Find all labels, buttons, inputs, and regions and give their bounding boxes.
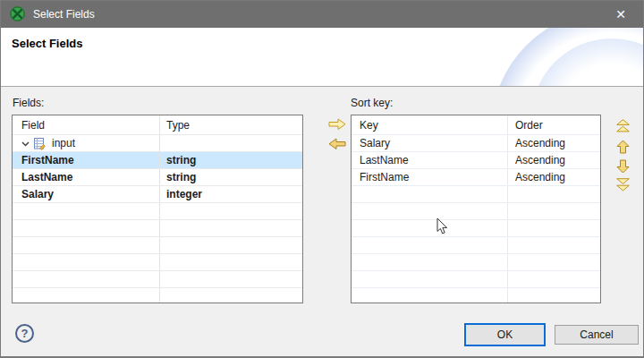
- title-bar[interactable]: Select Fields ✕: [1, 1, 643, 28]
- table-row[interactable]: FirstName Ascending: [352, 169, 600, 186]
- tree-root-label: input: [52, 137, 75, 149]
- empty-row: [352, 186, 600, 203]
- sort-key[interactable]: LastName: [352, 152, 508, 168]
- move-bottom-arrow-button[interactable]: [616, 178, 630, 192]
- sort-key[interactable]: FirstName: [352, 169, 508, 185]
- empty-row: [352, 237, 600, 254]
- empty-row: [352, 288, 600, 303]
- empty-row: [352, 271, 600, 288]
- field-name[interactable]: LastName: [13, 169, 160, 185]
- empty-row: [13, 271, 302, 288]
- record-metadata-icon: [33, 137, 47, 150]
- fields-table: Field Type input FirstName string Las: [12, 115, 303, 303]
- mouse-cursor: [436, 217, 448, 235]
- table-row[interactable]: FirstName string: [13, 152, 302, 169]
- fields-table-header[interactable]: Field Type: [13, 115, 302, 135]
- sort-order[interactable]: Ascending: [508, 169, 600, 185]
- help-button[interactable]: ?: [15, 324, 34, 343]
- page-title: Select Fields: [12, 37, 82, 50]
- field-name[interactable]: Salary: [13, 186, 160, 202]
- cancel-button[interactable]: Cancel: [555, 325, 639, 345]
- dialog-header: Select Fields: [1, 28, 643, 87]
- empty-row: [352, 220, 600, 237]
- table-row[interactable]: Salary integer: [13, 186, 302, 203]
- column-header-field[interactable]: Field: [13, 115, 160, 134]
- ok-button[interactable]: OK: [464, 323, 546, 346]
- sort-order[interactable]: Ascending: [508, 152, 600, 168]
- empty-row: [13, 237, 302, 254]
- clover-app-icon: [10, 6, 25, 21]
- window-title: Select Fields: [33, 1, 95, 28]
- column-header-order[interactable]: Order: [508, 115, 600, 134]
- sort-table-header[interactable]: Key Order: [352, 115, 600, 135]
- field-type[interactable]: string: [160, 169, 302, 185]
- close-button[interactable]: ✕: [606, 1, 636, 28]
- empty-row: [352, 203, 600, 220]
- field-name[interactable]: FirstName: [13, 152, 160, 168]
- empty-row: [13, 254, 302, 271]
- move-top-arrow-button[interactable]: [616, 119, 630, 132]
- field-type[interactable]: integer: [160, 186, 302, 202]
- column-header-key[interactable]: Key: [352, 115, 508, 134]
- column-header-type[interactable]: Type: [160, 115, 302, 134]
- table-row[interactable]: LastName Ascending: [352, 152, 600, 169]
- table-row[interactable]: Salary Ascending: [352, 135, 600, 152]
- empty-row: [13, 220, 302, 237]
- move-left-arrow-button[interactable]: [328, 138, 346, 150]
- sort-key-label: Sort key:: [351, 97, 393, 109]
- sort-order[interactable]: Ascending: [508, 135, 600, 151]
- move-right-arrow-button[interactable]: [328, 118, 346, 131]
- chevron-down-icon[interactable]: [21, 141, 30, 147]
- sort-key[interactable]: Salary: [352, 135, 508, 151]
- sort-key-table: Key Order Salary Ascending LastName Asce…: [351, 115, 601, 303]
- field-type[interactable]: string: [160, 152, 302, 168]
- move-down-arrow-button[interactable]: [616, 159, 630, 174]
- select-fields-dialog: Select Fields ✕ Select Fields Fields: So…: [0, 0, 644, 358]
- empty-row: [352, 254, 600, 271]
- move-up-arrow-button[interactable]: [616, 140, 630, 154]
- empty-row: [13, 203, 302, 220]
- fields-label: Fields:: [13, 97, 44, 109]
- tree-root-row[interactable]: input: [13, 135, 302, 152]
- table-row[interactable]: LastName string: [13, 169, 302, 186]
- empty-row: [13, 288, 302, 303]
